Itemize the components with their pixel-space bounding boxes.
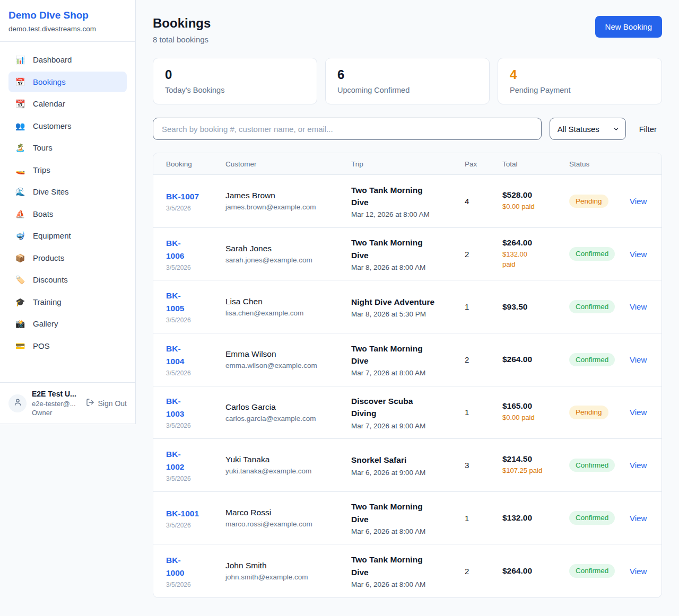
trip-cell: Two Tank Morning Dive Mar 12, 2026 at 8:… (351, 184, 465, 219)
total-amount: $264.00 (502, 355, 569, 364)
trip-cell: Two Tank Morning Dive Mar 7, 2026 at 8:0… (351, 342, 465, 377)
sidebar-item-tours[interactable]: 🏝️ Tours (8, 137, 127, 159)
total-cell: $214.50 $107.25 paid (502, 454, 569, 476)
booking-id-link[interactable]: BK-1007 (166, 190, 225, 203)
trip-cell: Two Tank Morning Dive Mar 6, 2026 at 8:0… (351, 553, 465, 588)
sidebar-item-customers[interactable]: 👥 Customers (8, 116, 127, 137)
status-cell: Confirmed (569, 247, 630, 261)
sidebar-item-label: POS (33, 341, 50, 351)
customer-cell: Marco Rossi marco.rossi@example.com (225, 508, 351, 528)
view-link[interactable]: View (630, 250, 649, 259)
tag-icon: 🏷️ (15, 275, 25, 285)
customer-email: john.smith@example.com (225, 573, 351, 581)
sidebar-item-label: Discounts (33, 275, 68, 285)
pax-cell: 2 (465, 355, 502, 364)
booking-cell: BK- 1006 3/5/2026 (166, 237, 225, 271)
booking-id-link[interactable]: BK- 1004 (166, 342, 225, 368)
booking-cell: BK- 1004 3/5/2026 (166, 342, 225, 377)
sidebar-item-calendar[interactable]: 📆 Calendar (8, 93, 127, 115)
view-link[interactable]: View (630, 197, 649, 206)
status-cell: Pending (569, 195, 630, 208)
stat-label: Upcoming Confirmed (337, 86, 477, 94)
status-badge: Confirmed (569, 247, 615, 261)
sidebar-item-products[interactable]: 📦 Products (8, 248, 127, 269)
diving-mask-icon: 🤿 (15, 231, 25, 241)
view-link[interactable]: View (630, 355, 649, 364)
view-link[interactable]: View (630, 567, 649, 576)
status-badge: Confirmed (569, 564, 615, 578)
status-cell: Confirmed (569, 511, 630, 525)
booking-id-link[interactable]: BK-1001 (166, 507, 225, 520)
customer-cell: John Smith john.smith@example.com (225, 561, 351, 581)
search-input[interactable] (153, 118, 542, 140)
total-cell: $528.00 $0.00 paid (502, 190, 569, 212)
wave-icon: 🌊 (15, 187, 25, 197)
sidebar-item-dive-sites[interactable]: 🌊 Dive Sites (8, 181, 127, 203)
view-link[interactable]: View (630, 514, 649, 523)
sidebar-item-training[interactable]: 🎓 Training (8, 292, 127, 313)
customer-email: emma.wilson@example.com (225, 362, 351, 369)
user-email: e2e-tester@... (32, 400, 81, 408)
sidebar-item-boats[interactable]: ⛵ Boats (8, 204, 127, 225)
table-row: BK- 1003 3/5/2026 Carlos Garcia carlos.g… (153, 386, 661, 439)
sidebar-item-equipment[interactable]: 🤿 Equipment (8, 225, 127, 247)
booking-id-link[interactable]: BK- 1000 (166, 554, 225, 579)
booking-id-link[interactable]: BK- 1005 (166, 289, 225, 315)
sidebar-item-label: Dive Sites (33, 187, 69, 197)
camera-icon: 📸 (15, 319, 25, 329)
sidebar-item-dashboard[interactable]: 📊 Dashboard (8, 49, 127, 71)
trip-name: Two Tank Morning Dive (351, 236, 465, 261)
page-title-block: Bookings 8 total bookings (153, 16, 211, 44)
total-cell: $165.00 $0.00 paid (502, 401, 569, 423)
user-panel: E2E Test U... e2e-tester@... Owner Sign … (0, 382, 135, 424)
customer-email: james.brown@example.com (225, 203, 351, 211)
sidebar: Demo Dive Shop demo.test.divestreams.com… (0, 0, 136, 424)
calendar-icon: 📅 (15, 77, 25, 87)
pax-cell: 1 (465, 408, 502, 417)
table-header-row: BookingCustomerTripPaxTotalStatus (153, 153, 661, 175)
view-link[interactable]: View (630, 461, 649, 470)
booking-cell: BK- 1000 3/5/2026 (166, 554, 225, 588)
view-link[interactable]: View (630, 302, 649, 311)
sign-out-button[interactable]: Sign Out (86, 398, 127, 408)
total-cell: $264.00 (502, 355, 569, 364)
stat-card: 6 Upcoming Confirmed (325, 58, 490, 104)
sidebar-item-label: Training (33, 297, 62, 307)
booking-id-link[interactable]: BK- 1003 (166, 395, 225, 420)
sign-out-label: Sign Out (98, 399, 127, 408)
graduation-cap-icon: 🎓 (15, 297, 25, 307)
status-badge: Pending (569, 195, 608, 208)
sidebar-nav: 📊 Dashboard 📅 Bookings 📆 Calendar 👥 Cust… (0, 42, 135, 382)
trip-name: Two Tank Morning Dive (351, 553, 465, 578)
trip-datetime: Mar 8, 2026 at 5:30 PM (351, 310, 465, 318)
trip-name: Two Tank Morning Dive (351, 342, 465, 367)
trip-name: Night Dive Adventure (351, 296, 465, 308)
booking-id-link[interactable]: BK- 1002 (166, 448, 225, 473)
total-amount: $528.00 (502, 190, 569, 200)
filter-button[interactable]: Filter (634, 125, 662, 134)
sailboat-icon: ⛵ (15, 209, 25, 219)
booking-date: 3/5/2026 (166, 369, 225, 377)
table-row: BK- 1000 3/5/2026 John Smith john.smith@… (153, 544, 661, 597)
stat-label: Pending Payment (510, 86, 650, 94)
tear-off-calendar-icon: 📆 (15, 99, 25, 109)
new-booking-button[interactable]: New Booking (595, 16, 662, 38)
sidebar-item-discounts[interactable]: 🏷️ Discounts (8, 269, 127, 291)
customer-email: lisa.chen@example.com (225, 309, 351, 317)
view-link[interactable]: View (630, 408, 649, 417)
sidebar-item-gallery[interactable]: 📸 Gallery (8, 313, 127, 335)
trip-cell: Two Tank Morning Dive Mar 6, 2026 at 8:0… (351, 500, 465, 535)
customer-cell: Carlos Garcia carlos.garcia@example.com (225, 402, 351, 423)
table-row: BK- 1002 3/5/2026 Yuki Tanaka yuki.tanak… (153, 439, 661, 492)
booking-date: 3/5/2026 (166, 422, 225, 429)
sidebar-item-label: Boats (33, 209, 53, 219)
customer-email: marco.rossi@example.com (225, 520, 351, 528)
sidebar-item-label: Gallery (33, 319, 58, 329)
status-filter-select[interactable]: All Statuses (550, 118, 626, 140)
page-subtitle: 8 total bookings (153, 35, 211, 44)
sidebar-item-pos[interactable]: 💳 POS (8, 336, 127, 357)
booking-id-link[interactable]: BK- 1006 (166, 237, 225, 262)
sidebar-item-bookings[interactable]: 📅 Bookings (8, 72, 127, 93)
status-badge: Confirmed (569, 511, 615, 525)
sidebar-item-trips[interactable]: 🚤 Trips (8, 160, 127, 181)
